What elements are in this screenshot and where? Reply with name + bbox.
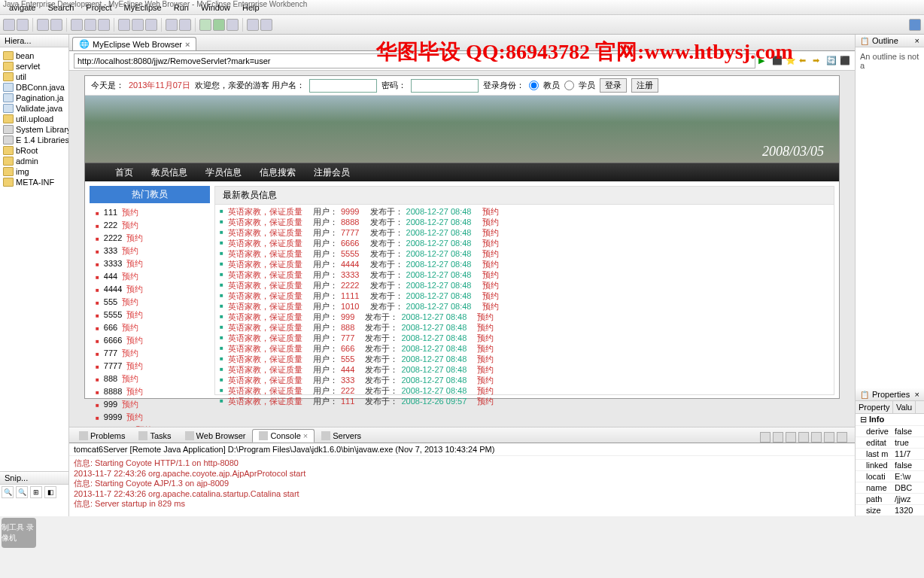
news-item[interactable]: 英语家教，保证质量 用户：999 发布于：2008-12-27 08:48 预约 <box>220 312 829 322</box>
nav-link[interactable]: 学员信息 <box>205 166 242 179</box>
username-input[interactable] <box>309 79 377 93</box>
news-item[interactable]: 英语家教，保证质量 用户：555 发布于：2008-12-27 08:48 预约 <box>220 354 829 364</box>
tree-item[interactable]: bRoot <box>2 145 67 156</box>
property-row[interactable]: last m11/7 <box>856 449 924 460</box>
back-icon[interactable]: ⬅ <box>799 56 810 66</box>
console-tool-icon[interactable] <box>811 432 822 443</box>
news-item[interactable]: 英语家教，保证质量 用户：6666 发布于：2008-12-27 08:48 预… <box>220 238 829 248</box>
news-item[interactable]: 英语家教，保证质量 用户：666 发布于：2008-12-27 08:48 预约 <box>220 343 829 354</box>
property-row[interactable]: path/jjwz <box>856 494 924 505</box>
property-row[interactable]: size1320 <box>856 505 924 516</box>
tool-icon[interactable]: ◧ <box>44 486 56 498</box>
toolbar-icon[interactable] <box>166 19 178 31</box>
home-icon[interactable]: ⬛ <box>840 56 850 66</box>
new-icon[interactable] <box>3 19 15 31</box>
console-tool-icon[interactable] <box>837 432 847 443</box>
news-item[interactable]: 英语家教，保证质量 用户：888 发布于：2008-12-27 08:48 预约 <box>220 322 829 333</box>
tree-item[interactable]: System Library <box>2 124 67 135</box>
tab-servers[interactable]: Servers <box>315 429 368 443</box>
news-item[interactable]: 英语家教，保证质量 用户：444 发布于：2008-12-27 08:48 预约 <box>220 364 829 375</box>
browser-tab[interactable]: 🌐 MyEclipse Web Browser × <box>72 37 196 50</box>
outline-tab[interactable]: 📋 Outline × <box>856 35 924 47</box>
tree-item[interactable]: DBConn.java <box>2 82 67 93</box>
toolbar-icon[interactable] <box>84 19 96 31</box>
toolbar-icon[interactable] <box>71 19 83 31</box>
close-icon[interactable]: × <box>185 40 190 49</box>
address-input[interactable] <box>74 53 755 68</box>
go-icon[interactable]: ▶ <box>758 56 769 66</box>
hot-teacher-item[interactable]: 888 预约 <box>96 373 204 385</box>
toolbar-icon[interactable] <box>118 19 130 31</box>
news-item[interactable]: 英语家教，保证质量 用户：1111 发布于：2008-12-27 08:48 预… <box>220 291 829 301</box>
tool-icon[interactable]: ⊞ <box>30 486 42 498</box>
toolbar-icon[interactable] <box>132 19 144 31</box>
news-item[interactable]: 英语家教，保证质量 用户：777 发布于：2008-12-27 08:48 预约 <box>220 333 829 343</box>
tree-item[interactable]: Pagination.ja <box>2 93 67 103</box>
news-item[interactable]: 英语家教，保证质量 用户：222 发布于：2008-12-27 08:48 预约 <box>220 385 829 396</box>
run-icon[interactable] <box>213 19 225 31</box>
property-row[interactable]: nameDBC <box>856 482 924 494</box>
nav-link[interactable]: 首页 <box>115 166 133 179</box>
toolbar-icon[interactable] <box>50 19 62 31</box>
register-button[interactable]: 注册 <box>631 78 658 93</box>
property-row[interactable]: locatiE:\w <box>856 471 924 482</box>
hot-teacher-item[interactable]: 111 预约 <box>96 206 204 219</box>
news-item[interactable]: 英语家教，保证质量 用户：1010 发布于：2008-12-27 08:48 预… <box>220 301 829 312</box>
news-item[interactable]: 英语家教，保证质量 用户：4444 发布于：2008-12-27 08:48 预… <box>220 259 829 269</box>
tree-item[interactable]: servlet <box>2 61 67 71</box>
tab-web-browser[interactable]: Web Browser <box>178 429 253 443</box>
toolbar-icon[interactable] <box>98 19 110 31</box>
console-output[interactable]: 信息: Starting Coyote HTTP/1.1 on http-808… <box>69 456 855 516</box>
toolbar-icon[interactable] <box>145 19 157 31</box>
hot-teacher-item[interactable]: 333 预约 <box>96 245 204 257</box>
hot-teacher-item[interactable]: 8888 预约 <box>96 385 204 398</box>
save-icon[interactable] <box>17 19 29 31</box>
hot-teacher-item[interactable]: 6666 预约 <box>96 334 204 347</box>
zoom-out-icon[interactable]: 🔍 <box>16 486 28 498</box>
news-item[interactable]: 英语家教，保证质量 用户：5555 发布于：2008-12-27 08:48 预… <box>220 248 829 259</box>
tree-item[interactable]: META-INF <box>2 177 67 187</box>
news-item[interactable]: 英语家教，保证质量 用户：333 发布于：2008-12-27 08:48 预约 <box>220 375 829 385</box>
tree-item[interactable]: bean <box>2 50 67 61</box>
nav-link[interactable]: 教员信息 <box>151 166 187 179</box>
news-item[interactable]: 英语家教，保证质量 用户：9999 发布于：2008-12-27 08:48 预… <box>220 206 829 217</box>
hot-teacher-item[interactable]: 7777 预约 <box>96 360 204 373</box>
console-tool-icon[interactable] <box>773 432 783 443</box>
toolbar-icon[interactable] <box>226 19 239 31</box>
snippets-tab[interactable]: Snip... <box>0 472 68 485</box>
hierarchy-tab[interactable]: Hiera... <box>0 35 68 47</box>
role-student-radio[interactable] <box>564 81 574 90</box>
news-item[interactable]: 英语家教，保证质量 用户：8888 发布于：2008-12-27 08:48 预… <box>220 217 829 227</box>
property-row[interactable]: editattrue <box>856 437 924 449</box>
hot-teacher-item[interactable]: 777 预约 <box>96 347 204 360</box>
nav-link[interactable]: 注册会员 <box>314 166 350 179</box>
news-item[interactable]: 英语家教，保证质量 用户：3333 发布于：2008-12-27 08:48 预… <box>220 269 829 280</box>
console-tool-icon[interactable] <box>786 432 796 443</box>
hot-teacher-item[interactable]: 555 预约 <box>96 296 204 309</box>
tab-problems[interactable]: Problems <box>72 429 132 443</box>
myeclipse-icon[interactable] <box>909 19 921 31</box>
tree-item[interactable]: util <box>2 71 67 82</box>
tab-tasks[interactable]: Tasks <box>132 429 178 443</box>
fav-icon[interactable]: ⭐ <box>786 56 796 66</box>
password-input[interactable] <box>411 79 479 93</box>
tree-item[interactable]: E 1.4 Libraries <box>2 135 67 145</box>
news-item[interactable]: 英语家教，保证质量 用户：2222 发布于：2008-12-27 08:48 预… <box>220 280 829 291</box>
console-tool-icon[interactable] <box>798 432 809 443</box>
news-item[interactable]: 英语家教，保证质量 用户：111 发布于：2008-12-26 09:57 预约 <box>220 396 829 406</box>
toolbar-icon[interactable] <box>260 19 272 31</box>
hot-teacher-item[interactable]: 999 预约 <box>96 398 204 411</box>
package-explorer[interactable]: beanservletutilDBConn.javaPagination.jaV… <box>0 47 68 471</box>
toolbar-icon[interactable] <box>179 19 191 31</box>
tree-item[interactable]: admin <box>2 156 67 166</box>
news-item[interactable]: 英语家教，保证质量 用户：7777 发布于：2008-12-27 08:48 预… <box>220 227 829 238</box>
toolbar-icon[interactable] <box>37 19 49 31</box>
hot-teacher-item[interactable]: 444 预约 <box>96 270 204 283</box>
properties-tab[interactable]: 📋 Properties × <box>856 388 924 401</box>
forward-icon[interactable]: ➡ <box>813 56 823 66</box>
tab-console[interactable]: Console × <box>252 429 315 443</box>
hot-teacher-item[interactable]: 5555 预约 <box>96 309 204 321</box>
hot-teacher-item[interactable]: 3333 预约 <box>96 257 204 270</box>
role-teacher-radio[interactable] <box>529 81 539 90</box>
property-row[interactable]: linkedfalse <box>856 460 924 471</box>
